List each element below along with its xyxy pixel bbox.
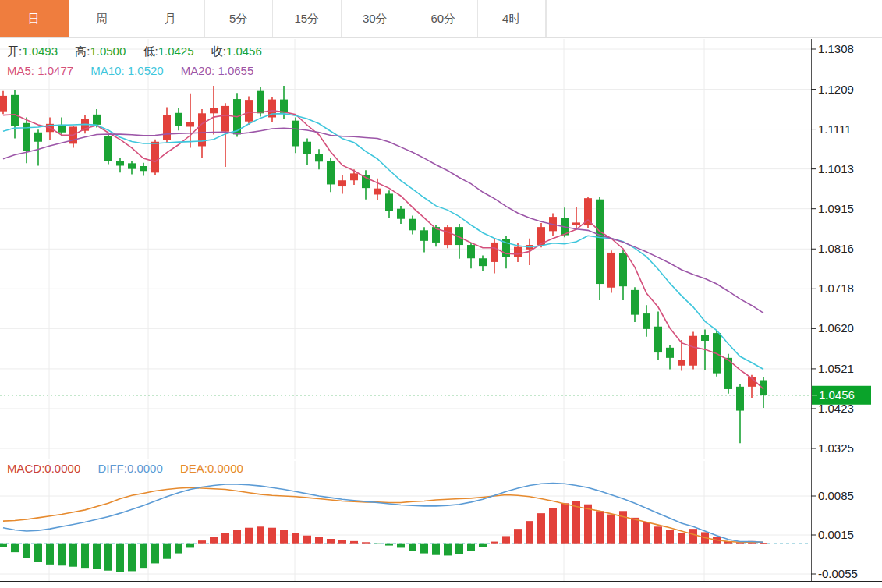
ma5-value: 1.0477	[37, 64, 73, 77]
ma5-label: MA5:	[7, 64, 34, 77]
tab-30min[interactable]: 30分	[342, 0, 410, 37]
ma-lines	[3, 111, 763, 389]
svg-text:1.1209: 1.1209	[818, 83, 854, 96]
diff-label: DIFF:	[97, 462, 127, 475]
candlesticks	[0, 86, 767, 443]
svg-text:1.0620: 1.0620	[818, 321, 854, 335]
tab-60min[interactable]: 60分	[409, 0, 478, 37]
timeframe-tab-bar: 日 周 月 5分 15分 30分 60分 4时	[0, 0, 882, 38]
high-label: 高:	[75, 44, 90, 58]
svg-text:1.1111: 1.1111	[818, 122, 852, 136]
ma10-value: 1.0520	[128, 64, 164, 77]
tab-day[interactable]: 日	[0, 0, 69, 37]
macd-panel	[0, 484, 811, 572]
open-value: 1.0493	[22, 44, 58, 58]
svg-text:1.1013: 1.1013	[818, 162, 854, 175]
svg-text:1.0521: 1.0521	[818, 362, 854, 375]
svg-text:0.0015: 0.0015	[818, 528, 854, 541]
current-price-badge: 1.0456	[812, 386, 871, 405]
tab-month[interactable]: 月	[136, 0, 205, 37]
low-label: 低:	[143, 44, 158, 58]
ma-readout: MA5: 1.0477 MA10: 1.0520 MA20: 1.0655	[7, 64, 267, 77]
tab-week[interactable]: 周	[69, 0, 137, 37]
tab-5min[interactable]: 5分	[205, 0, 274, 37]
grid-lines	[0, 39, 811, 581]
svg-text:-0.0055: -0.0055	[818, 567, 858, 580]
high-value: 1.0500	[90, 44, 126, 58]
tab-bar-filler	[546, 0, 882, 37]
ma20-value: 1.0655	[218, 64, 253, 77]
svg-text:1.0325: 1.0325	[818, 441, 854, 455]
diff-value: 0.0000	[127, 462, 163, 475]
macd-readout: MACD:0.0000 DIFF:0.0000 DEA:0.0000	[7, 462, 257, 475]
svg-text:1.0816: 1.0816	[818, 242, 854, 255]
tab-4hour[interactable]: 4时	[478, 0, 547, 37]
low-value: 1.0425	[158, 44, 194, 58]
ma10-label: MA10:	[90, 64, 124, 77]
kline-chart-svg[interactable]: 1.13081.12091.11111.10131.09151.08161.07…	[0, 37, 882, 588]
chart-area[interactable]: 1.13081.12091.11111.10131.09151.08161.07…	[0, 37, 882, 588]
svg-text:0.0085: 0.0085	[818, 489, 854, 502]
svg-text:1.0456: 1.0456	[819, 388, 855, 402]
macd-value: 0.0000	[44, 462, 80, 475]
svg-text:1.1308: 1.1308	[818, 42, 854, 55]
dea-label: DEA:	[180, 462, 207, 475]
svg-text:1.0718: 1.0718	[818, 282, 854, 295]
close-value: 1.0456	[226, 44, 262, 58]
tab-15min[interactable]: 15分	[273, 0, 342, 37]
open-label: 开:	[7, 44, 22, 58]
macd-label: MACD:	[7, 462, 44, 475]
dea-value: 0.0000	[207, 462, 243, 475]
svg-text:1.0915: 1.0915	[818, 202, 854, 215]
ma20-label: MA20:	[181, 64, 214, 77]
kline-app: 日 周 月 5分 15分 30分 60分 4时 1.13081.12091.11…	[0, 0, 882, 588]
ohlc-readout: 开:1.0493 高:1.0500 低:1.0425 收:1.0456	[7, 44, 276, 59]
close-label: 收:	[211, 44, 226, 58]
